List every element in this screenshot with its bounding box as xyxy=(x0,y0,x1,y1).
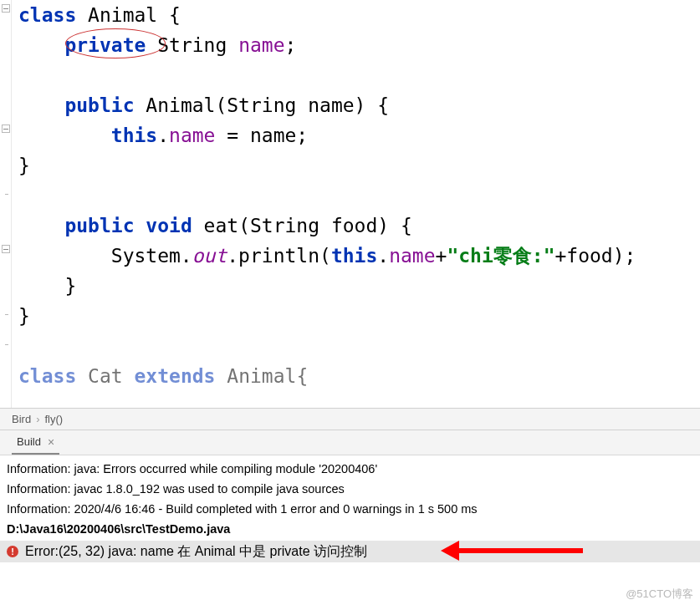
annotation-arrow xyxy=(457,548,583,553)
error-line[interactable]: ! Error:(25, 32) java: name 在 Animal 中是 … xyxy=(0,541,700,562)
code-line: class Animal { xyxy=(18,0,692,30)
gutter xyxy=(0,0,12,408)
code-line: public void eat(String food) { xyxy=(18,211,692,241)
out-field: out xyxy=(192,245,227,267)
code-line xyxy=(18,180,692,211)
code-line xyxy=(18,60,692,90)
chevron-right-icon: › xyxy=(36,413,39,425)
breadcrumb-item[interactable]: Bird xyxy=(12,413,31,425)
code-line xyxy=(18,331,692,361)
code-editor[interactable]: class Animal { private String name; publ… xyxy=(0,0,700,408)
field-name: name xyxy=(238,34,284,56)
keyword-public: public xyxy=(64,215,134,236)
keyword-this: this xyxy=(111,125,157,146)
keyword-public: public xyxy=(64,94,134,116)
error-icon: ! xyxy=(7,546,18,557)
code-line: public Animal(String name) { xyxy=(18,90,692,120)
keyword-this: this xyxy=(331,245,377,267)
keyword-class: class xyxy=(18,4,76,26)
method-sig: eat(String food) xyxy=(204,215,390,236)
build-message: Information: javac 1.8.0_192 was used to… xyxy=(7,479,693,499)
code-line: private String name; xyxy=(18,30,692,60)
code-line: } xyxy=(18,301,692,331)
fold-end-icon xyxy=(5,344,8,345)
plus-food: +food); xyxy=(554,245,636,267)
code-line: class Cat extends Animal{ xyxy=(18,361,692,391)
breadcrumb[interactable]: Bird › fly() xyxy=(0,408,700,430)
error-text: Error:(25, 32) java: name 在 Animal 中是 pr… xyxy=(25,543,367,561)
tab-label: Build xyxy=(17,435,41,448)
build-file-path[interactable]: D:\Java16\20200406\src\TestDemo.java xyxy=(7,519,693,539)
fold-icon[interactable] xyxy=(2,245,10,253)
class-name: Animal xyxy=(88,4,157,26)
watermark: @51CTO博客 xyxy=(626,587,693,602)
keyword-class: class xyxy=(18,365,76,387)
keyword-private: private xyxy=(64,34,146,56)
string-literal: "chi零食:" xyxy=(447,245,554,267)
println: .println( xyxy=(227,245,331,267)
code-line: } xyxy=(18,271,692,301)
type: String xyxy=(157,34,227,56)
build-output[interactable]: Information: java: Errors occurred while… xyxy=(0,455,700,541)
assign: = name; xyxy=(215,125,308,146)
field-name: name xyxy=(389,245,435,267)
panel-tabs: Build × xyxy=(0,430,700,455)
code-line: System.out.println(this.name+"chi零食:"+fo… xyxy=(18,241,692,271)
fold-icon[interactable] xyxy=(2,125,10,133)
keyword-extends: extends xyxy=(135,365,216,387)
build-message: Information: 2020/4/6 16:46 - Build comp… xyxy=(7,499,693,519)
code-line: this.name = name; xyxy=(18,120,692,150)
tab-build[interactable]: Build × xyxy=(12,430,59,455)
code-line: } xyxy=(18,150,692,180)
sys: System. xyxy=(111,245,192,267)
plus: + xyxy=(436,245,447,267)
fold-end-icon xyxy=(5,194,8,195)
field-name: name xyxy=(169,125,215,146)
keyword-void: void xyxy=(146,215,192,236)
close-icon[interactable]: × xyxy=(48,435,54,449)
constructor-sig: Animal(String name) xyxy=(146,94,365,116)
breadcrumb-item[interactable]: fly() xyxy=(44,413,63,425)
build-message: Information: java: Errors occurred while… xyxy=(7,459,693,479)
fold-icon[interactable] xyxy=(2,4,10,13)
fold-end-icon xyxy=(5,314,8,315)
